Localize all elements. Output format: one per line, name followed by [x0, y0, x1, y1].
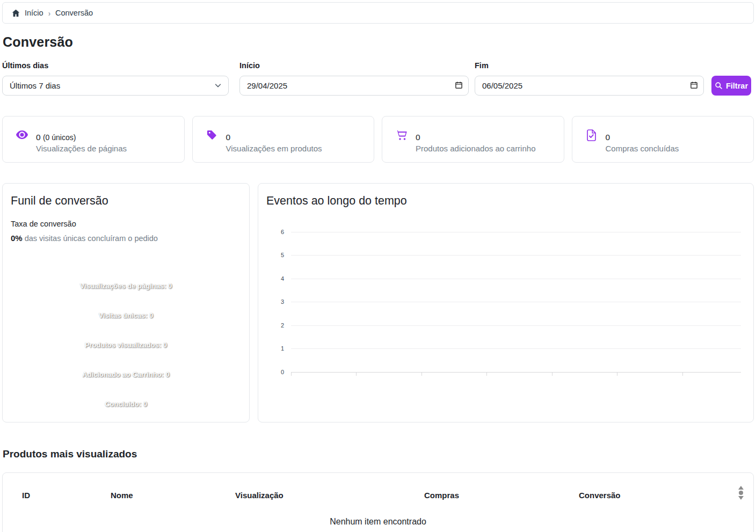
stat-value: 0 (0 únicos)	[36, 133, 127, 142]
stat-label: Produtos adicionados ao carrinho	[416, 144, 535, 153]
gridline: 5	[266, 255, 741, 256]
stat-label: Visualizações de páginas	[36, 144, 127, 153]
table-header-row: ID Nome Visualização Compras Conversão	[3, 491, 753, 500]
stat-card-page-views: 0 (0 únicos) Visualizações de páginas	[2, 116, 185, 163]
scroll-dot-icon[interactable]	[739, 491, 743, 495]
sort-down-icon[interactable]	[738, 496, 744, 500]
stat-label: Compras concluídas	[606, 144, 679, 153]
filter-bar: Últimos dias Últimos 7 dias Início Fim	[2, 61, 754, 96]
column-header-id[interactable]: ID	[22, 491, 111, 500]
conversion-rate-value: 0%	[11, 234, 23, 243]
tag-icon	[206, 129, 219, 141]
funnel-stages: Visualizações de páginas: 0 Visitas únic…	[11, 271, 241, 419]
sort-up-icon[interactable]	[738, 486, 744, 490]
breadcrumb: Início › Conversão	[2, 2, 754, 24]
most-viewed-products-table: ID Nome Visualização Compras Conversão N…	[2, 472, 754, 532]
funnel-stage: Produtos visualizados: 0	[85, 330, 167, 360]
gridline: 3	[266, 302, 741, 302]
period-label: Últimos dias	[2, 61, 229, 70]
column-header-compras[interactable]: Compras	[424, 491, 579, 500]
start-date-label: Início	[239, 61, 469, 70]
stat-cards: 0 (0 únicos) Visualizações de páginas 0 …	[2, 116, 754, 163]
gridline: 4	[266, 279, 741, 279]
funnel-title: Funil de conversão	[11, 194, 241, 208]
search-icon	[715, 82, 723, 90]
column-header-nome[interactable]: Nome	[111, 491, 235, 500]
funnel-stage: Visualizações de páginas: 0	[80, 271, 172, 301]
events-line-chart: 6 5 4 3 2 1 0	[266, 232, 745, 393]
stat-card-add-to-cart: 0 Produtos adicionados ao carrinho	[382, 116, 564, 163]
end-date-input[interactable]	[475, 76, 704, 96]
stat-label: Visualizações em produtos	[226, 144, 322, 153]
breadcrumb-home-link[interactable]: Início	[25, 9, 43, 17]
doc-check-icon	[585, 129, 598, 141]
table-empty-state: Nenhum item encontrado	[3, 517, 753, 527]
panels-row: Funil de conversão Taxa de conversão 0%d…	[2, 183, 754, 422]
funnel-stage: Adicionado ao Carrinho: 0	[82, 360, 170, 389]
conversion-rate-line: 0%das visitas únicas concluíram o pedido	[11, 234, 241, 243]
gridline: 2	[266, 325, 741, 326]
gridline: 6	[266, 232, 741, 232]
stat-card-product-views: 0 Visualizações em produtos	[192, 116, 375, 163]
stat-value: 0	[226, 133, 322, 142]
page-title: Conversão	[3, 34, 754, 50]
end-date-label: Fim	[475, 61, 704, 70]
funnel-stage: Concluído: 0	[105, 389, 147, 419]
table-title: Produtos mais visualizados	[3, 448, 754, 460]
conversion-dashboard-page: Início › Conversão Conversão Últimos dia…	[0, 0, 756, 532]
period-select[interactable]: Últimos 7 dias	[2, 76, 229, 96]
cart-icon	[395, 129, 408, 141]
stat-value: 0	[416, 133, 535, 142]
funnel-stage: Visitas únicas: 0	[99, 301, 154, 330]
x-axis-ticks	[291, 373, 741, 376]
filter-button[interactable]: Filtrar	[711, 76, 751, 96]
events-chart-title: Eventos ao longo do tempo	[266, 194, 745, 208]
breadcrumb-current: Conversão	[55, 9, 93, 17]
column-header-conversao[interactable]: Conversão	[579, 491, 753, 500]
eye-icon	[16, 129, 28, 140]
start-date-input[interactable]	[239, 76, 469, 96]
home-icon[interactable]	[12, 9, 20, 17]
filter-button-label: Filtrar	[726, 82, 748, 90]
chevron-right-icon: ›	[48, 8, 50, 17]
gridline: 1	[266, 348, 741, 349]
stat-card-purchases: 0 Compras concluídas	[572, 116, 754, 163]
column-header-visualizacao[interactable]: Visualização	[235, 491, 424, 500]
conversion-rate-label: Taxa de conversão	[11, 220, 241, 228]
stat-value: 0	[606, 133, 679, 142]
events-over-time-panel: Eventos ao longo do tempo 6 5 4 3 2 1 0	[258, 183, 754, 422]
table-sort-control[interactable]	[738, 486, 744, 500]
conversion-funnel-panel: Funil de conversão Taxa de conversão 0%d…	[2, 183, 250, 422]
